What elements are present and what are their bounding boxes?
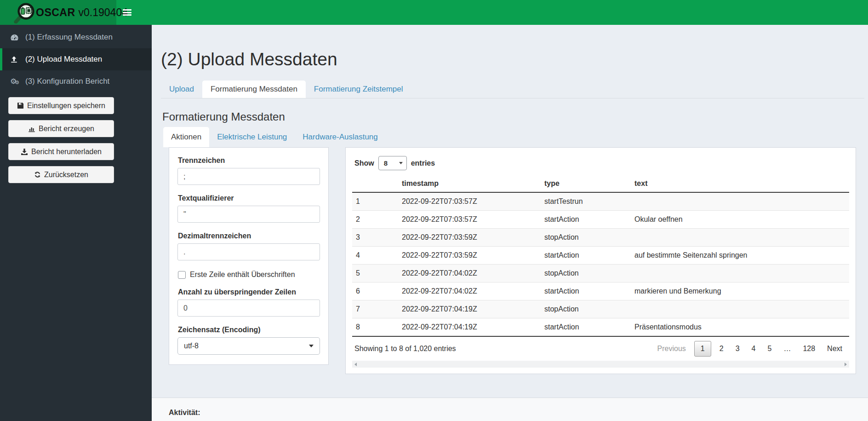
table-cell: 2022-09-22T07:03:57Z bbox=[394, 192, 536, 211]
page-button-5[interactable]: 5 bbox=[762, 341, 777, 356]
sidebar-item-label: (2) Upload Messdaten bbox=[25, 55, 102, 64]
dezimaltrennzeichen-input[interactable] bbox=[177, 243, 320, 260]
tab-formatierung-zeitstempel[interactable]: Formatierung Zeitstempel bbox=[306, 81, 411, 98]
trennzeichen-label: Trennzeichen bbox=[178, 156, 320, 165]
upload-icon bbox=[10, 56, 22, 63]
encoding-group: Zeichensatz (Encoding) utf-8 bbox=[177, 326, 320, 355]
measurements-table: timestamptypetext 12022-09-22T07:03:57Zs… bbox=[352, 176, 849, 337]
column-header-type[interactable]: type bbox=[536, 176, 626, 192]
page-length-select[interactable]: 8 bbox=[378, 156, 407, 170]
table-footer: Showing 1 to 8 of 1,020 entries Previous… bbox=[354, 341, 848, 357]
einstellungen-speichern-button[interactable]: Einstellungen speichern bbox=[8, 97, 114, 114]
table-cell: 2022-09-22T07:04:19Z bbox=[394, 318, 536, 337]
scroll-left-arrow-icon bbox=[354, 363, 357, 366]
table-row: 72022-09-22T07:04:19ZstopAction bbox=[352, 300, 849, 318]
oscar-magnifier-logo-icon bbox=[14, 2, 35, 23]
table-cell: 2022-09-22T07:03:57Z bbox=[394, 211, 536, 229]
skip-rows-label: Anzahl zu überspringender Zeilen bbox=[178, 288, 320, 296]
table-cell bbox=[626, 229, 849, 247]
sidebar-button-label: Bericht herunterladen bbox=[31, 148, 102, 156]
table-cell: stopAction bbox=[536, 265, 626, 283]
horizontal-scrollbar[interactable] bbox=[352, 361, 849, 368]
page-button-4[interactable]: 4 bbox=[747, 341, 761, 356]
table-row: 32022-09-22T07:03:59ZstopAction bbox=[352, 229, 849, 247]
table-cell: 2022-09-22T07:04:02Z bbox=[394, 265, 536, 283]
table-row: 22022-09-22T07:03:57ZstartActionOkular o… bbox=[352, 211, 849, 229]
sidebar-toggle-button[interactable] bbox=[116, 0, 137, 25]
trennzeichen-input[interactable] bbox=[177, 168, 320, 185]
table-cell: 2022-09-22T07:04:19Z bbox=[394, 300, 536, 318]
row-index-cell: 6 bbox=[352, 283, 394, 300]
save-icon bbox=[17, 102, 24, 109]
tab-upload[interactable]: Upload bbox=[161, 81, 202, 98]
row-index-cell: 8 bbox=[352, 318, 394, 337]
sidebar-button-label: Einstellungen speichern bbox=[27, 102, 105, 110]
next-page-button[interactable]: Next bbox=[822, 341, 847, 356]
page-button-1[interactable]: 1 bbox=[694, 341, 711, 357]
sidebar-item-2-upload-messdaten[interactable]: (2) Upload Messdaten bbox=[0, 48, 152, 70]
page-button-3[interactable]: 3 bbox=[731, 341, 745, 356]
table-cell: auf bestimmte Seitenzahl springen bbox=[626, 247, 849, 265]
trennzeichen-group: Trennzeichen bbox=[177, 156, 320, 185]
column-header-text[interactable]: text bbox=[626, 176, 849, 192]
tab-formatierung-messdaten[interactable]: Formatierung Messdaten bbox=[202, 81, 306, 98]
hamburger-icon bbox=[123, 8, 131, 17]
show-label: Show bbox=[354, 159, 374, 167]
previous-page-button[interactable]: Previous bbox=[652, 341, 691, 356]
row-index-cell: 1 bbox=[352, 192, 394, 211]
pagination-ellipsis[interactable]: … bbox=[778, 341, 796, 356]
header-row-checkbox-group: Erste Zeile enthält Überschriften bbox=[178, 271, 320, 279]
gears-icon: ⚙⚙ bbox=[10, 78, 22, 85]
page-length-control: Show 8 entries bbox=[354, 156, 849, 170]
top-navbar: OSCAR v0.190404 bbox=[0, 0, 868, 25]
chevron-down-icon bbox=[399, 162, 403, 164]
page-button-2[interactable]: 2 bbox=[714, 341, 729, 356]
chevron-down-icon bbox=[309, 345, 314, 347]
sidebar-item-1-erfassung-messdaten[interactable]: (1) Erfassung Messdaten bbox=[0, 26, 152, 48]
main-content: (2) Upload Messdaten UploadFormatierung … bbox=[152, 25, 868, 421]
subtab-aktionen[interactable]: Aktionen bbox=[163, 127, 209, 147]
table-cell: startAction bbox=[536, 318, 626, 337]
subtab-hardware-auslastung[interactable]: Hardware-Auslastung bbox=[295, 127, 385, 147]
table-cell: startTestrun bbox=[536, 192, 626, 211]
table-cell: 2022-09-22T07:03:59Z bbox=[394, 247, 536, 265]
subtab-elektrische-leistung[interactable]: Elektrische Leistung bbox=[209, 127, 295, 147]
table-info: Showing 1 to 8 of 1,020 entries bbox=[354, 345, 456, 353]
scroll-right-arrow-icon bbox=[845, 363, 847, 366]
table-cell: stopAction bbox=[536, 300, 626, 318]
refresh-icon bbox=[34, 171, 41, 178]
column-header-timestamp[interactable]: timestamp bbox=[394, 176, 536, 192]
row-index-cell: 3 bbox=[352, 229, 394, 247]
sidebar-item-3-konfiguration-bericht[interactable]: ⚙⚙(3) Konfiguration Bericht bbox=[0, 70, 152, 92]
table-row: 52022-09-22T07:04:02ZstopAction bbox=[352, 265, 849, 283]
sub-tabbar: AktionenElektrische LeistungHardware-Aus… bbox=[163, 127, 868, 147]
bericht-herunterladen-button[interactable]: Bericht herunterladen bbox=[8, 143, 114, 160]
brand-logo-area: OSCAR v0.190404 bbox=[0, 0, 116, 25]
textqualifizierer-label: Textqualifizierer bbox=[178, 194, 320, 202]
page-length-value: 8 bbox=[384, 159, 388, 167]
table-cell: 2022-09-22T07:04:02Z bbox=[394, 283, 536, 300]
table-cell: stopAction bbox=[536, 229, 626, 247]
table-cell bbox=[626, 265, 849, 283]
skip-rows-input[interactable] bbox=[177, 300, 320, 317]
actions-table-panel: Show 8 entries timestamptypetext 12022-0… bbox=[345, 147, 856, 374]
textqualifizierer-input[interactable] bbox=[177, 206, 320, 223]
encoding-select[interactable]: utf-8 bbox=[177, 337, 320, 355]
table-cell: startAction bbox=[536, 283, 626, 300]
section-title: Formatierung Messdaten bbox=[162, 110, 868, 123]
zuruecksetzen-button[interactable]: Zurücksetzen bbox=[8, 166, 114, 183]
column-header-index[interactable] bbox=[352, 176, 394, 192]
table-cell: Präsentationsmodus bbox=[626, 318, 849, 337]
page-title: (2) Upload Messdaten bbox=[161, 49, 868, 69]
row-index-cell: 2 bbox=[352, 211, 394, 229]
page-button-128[interactable]: 128 bbox=[798, 341, 820, 356]
brand-name: OSCAR bbox=[36, 6, 75, 19]
table-row: 62022-09-22T07:04:02ZstartActionmarkiere… bbox=[352, 283, 849, 300]
table-cell bbox=[626, 300, 849, 318]
bar-chart-icon bbox=[28, 125, 35, 133]
first-line-headers-checkbox[interactable] bbox=[178, 271, 186, 279]
dezimaltrennzeichen-label: Dezimaltrennzeichen bbox=[178, 232, 320, 240]
pagination: Previous12345…128Next bbox=[651, 341, 848, 357]
table-row: 42022-09-22T07:03:59ZstartActionauf best… bbox=[352, 247, 849, 265]
bericht-erzeugen-button[interactable]: Bericht erzeugen bbox=[8, 120, 114, 137]
